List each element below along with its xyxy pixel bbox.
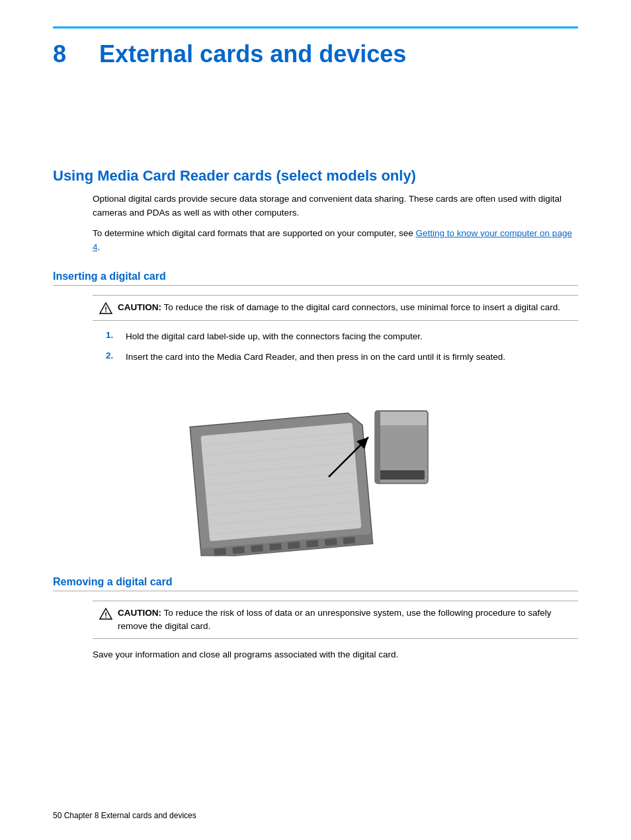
svg-rect-15 [214,548,226,556]
caution-body-2: To reduce the risk of loss of data or an… [118,608,552,631]
svg-rect-16 [232,546,245,554]
subsection1-title: Inserting a digital card [53,271,578,286]
intro-p2-after-link: . [98,242,101,252]
caution-icon-1: ! [99,302,112,315]
intro-paragraph-2: To determine which digital card formats … [93,227,578,255]
svg-text:!: ! [105,610,107,618]
svg-rect-22 [343,536,356,544]
chapter-title-text: External cards and devices [99,40,406,67]
subsection2-title: Removing a digital card [53,576,578,591]
svg-rect-19 [288,541,300,549]
svg-rect-27 [378,470,425,480]
page-container: 8 External cards and devices Using Media… [0,0,631,840]
step-1-number: 1. [106,330,122,344]
step-2-text: Insert the card into the Media Card Read… [126,351,505,364]
chapter-number: 8 [53,40,66,67]
svg-rect-28 [375,411,380,483]
caution-body-1: To reduce the risk of damage to the digi… [164,302,561,312]
intro-p2-before-link: To determine which digital card formats … [93,228,416,238]
caution-icon-2: ! [99,607,112,620]
section-title: Using Media Card Reader cards (select mo… [53,167,578,185]
card-illustration [177,384,454,556]
caution-label-1: CAUTION: [118,302,161,312]
intro-paragraph-1: Optional digital cards provide secure da… [93,192,578,220]
page-footer: 50 Chapter 8 External cards and devices [53,811,196,820]
step-1: 1. Hold the digital card label-side up, … [106,330,578,344]
caution-text-1: CAUTION: To reduce the risk of damage to… [118,301,560,314]
svg-rect-20 [306,540,319,548]
step-1-text: Hold the digital card label-side up, wit… [126,330,423,344]
svg-text:!: ! [105,305,107,313]
caution-box-2: ! CAUTION: To reduce the risk of loss of… [93,601,578,640]
chapter-title: 8 External cards and devices [53,40,578,68]
svg-rect-18 [269,543,282,551]
svg-rect-26 [376,412,427,425]
caution-box-1: ! CAUTION: To reduce the risk of damage … [93,295,578,321]
svg-rect-21 [325,538,337,546]
caution-label-2: CAUTION: [118,608,161,618]
chapter-header: 8 External cards and devices [53,26,578,68]
top-spacer [53,75,578,128]
remove-paragraph: Save your information and close all prog… [93,648,578,662]
step-2: 2. Insert the card into the Media Card R… [106,351,578,364]
caution-text-2: CAUTION: To reduce the risk of loss of d… [118,607,571,634]
card-illustration-container [53,384,578,556]
step-2-number: 2. [106,351,122,364]
footer-text: 50 Chapter 8 External cards and devices [53,811,196,820]
svg-rect-17 [251,544,263,552]
numbered-list: 1. Hold the digital card label-side up, … [106,330,578,364]
